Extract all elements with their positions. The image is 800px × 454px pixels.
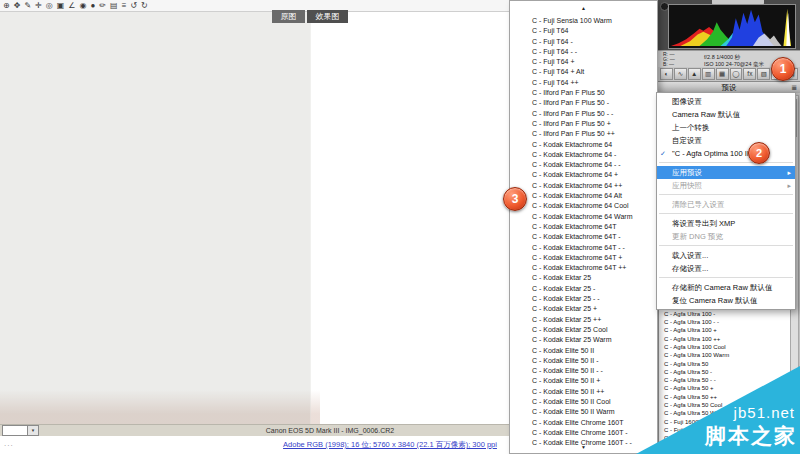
camera-raw-dialog: ⊕✥✎✛◎▣∠◉●✏▤≡↺↻ 原图 效果图 Canon EOS 5D Mark … [0, 0, 800, 454]
preset-option[interactable]: C - Kodak Elite 50 II - [510, 356, 657, 366]
preset-option[interactable]: C - Kodak Ektachrome 64T - - [510, 243, 657, 253]
preset-list-item[interactable]: C - Agfa Ultra 100 - - [659, 318, 791, 326]
preset-option[interactable]: C - Fuji Sensia 100 Warm [510, 16, 657, 26]
preset-option[interactable]: C - Kodak Elite Chrome 160T - [510, 428, 657, 438]
menu-item-load-settings[interactable]: 载入设置... [657, 249, 795, 262]
hand-tool-icon[interactable]: ✥ [14, 1, 21, 10]
workflow-options-link[interactable]: Adobe RGB (1998); 16 位; 5760 x 3840 (22.… [283, 440, 497, 450]
preset-option[interactable]: C - Kodak Ektar 25 Cool [510, 325, 657, 335]
preset-option[interactable]: C - Ilford Pan F Plus 50 - - [510, 109, 657, 119]
preset-option[interactable]: C - Kodak Ektachrome 64T - [510, 232, 657, 242]
preset-option-list: C - Fuji Sensia 100 WarmC - Fuji T64C - … [510, 16, 657, 448]
preset-option[interactable]: C - Kodak Ektachrome 64 ++ [510, 181, 657, 191]
preset-option[interactable]: C - Ilford Pan F Plus 50 - [510, 98, 657, 108]
preset-option[interactable]: C - Kodak Ektar 25 + [510, 304, 657, 314]
zoom-tool-icon[interactable]: ⊕ [3, 1, 10, 10]
preset-option[interactable]: C - Kodak Ektachrome 64T ++ [510, 263, 657, 273]
preset-list-item[interactable]: C - Agfa Ultra 100 Warm [659, 351, 791, 359]
menu-item-save-settings[interactable]: 存储设置... [657, 262, 795, 275]
scroll-down-icon[interactable]: ▼ [510, 443, 657, 451]
preset-option[interactable]: C - Ilford Pan F Plus 50 ++ [510, 129, 657, 139]
color-sampler-tool-icon[interactable]: ✛ [35, 1, 42, 10]
preset-option[interactable]: C - Fuji T64 + Alt [510, 67, 657, 77]
graduated-filter-tool-icon[interactable]: ▤ [110, 1, 118, 10]
preferences-icon[interactable]: ≡ [122, 1, 127, 10]
preset-option[interactable]: C - Kodak Elite 50 II - - [510, 366, 657, 376]
tab-effect[interactable]: 效果图 [307, 10, 348, 23]
preset-option[interactable]: C - Kodak Ektachrome 64 + [510, 170, 657, 180]
crop-tool-icon[interactable]: ▣ [57, 1, 65, 10]
preset-option[interactable]: C - Fuji T64 - - [510, 47, 657, 57]
preset-option[interactable]: C - Kodak Ektar 25 - - [510, 294, 657, 304]
preset-option[interactable]: C - Kodak Elite Chrome 160T [510, 418, 657, 428]
presets-panel-title: 预设 [722, 83, 737, 92]
menu-item-image-settings[interactable]: 图像设置 [657, 95, 795, 108]
rotate-left-icon[interactable]: ↺ [130, 1, 137, 10]
watermark-site-name: 脚本之家 [705, 422, 797, 450]
scroll-up-icon[interactable]: ▲ [510, 4, 657, 12]
preset-option[interactable]: C - Kodak Ektachrome 64 Cool [510, 201, 657, 211]
preset-option[interactable]: C - Kodak Elite 50 II [510, 346, 657, 356]
tab-tone-curve-icon[interactable]: ∿ [674, 68, 687, 80]
preset-option[interactable]: C - Fuji T64 + [510, 57, 657, 67]
menu-item-update-dng-previews[interactable]: 更新 DNG 预览 [657, 230, 795, 243]
tab-camera-calibration-icon[interactable]: ▧ [757, 68, 770, 80]
spot-removal-tool-icon[interactable]: ◉ [80, 1, 87, 10]
preset-list-item[interactable]: C - Agfa Ultra 50 - [659, 368, 791, 376]
step-badge-1: 1 [771, 57, 795, 81]
preset-option[interactable]: C - Kodak Ektar 25 ++ [510, 315, 657, 325]
menu-item-apply-preset[interactable]: 应用预设 [657, 166, 795, 179]
zoom-level-field[interactable] [2, 425, 28, 436]
preset-list-item[interactable]: C - Agfa Ultra 100 ++ [659, 335, 791, 343]
preset-option[interactable]: C - Kodak Ektachrome 64T [510, 222, 657, 232]
preset-option[interactable]: C - Kodak Elite 50 II Warm [510, 407, 657, 417]
preset-option[interactable]: C - Kodak Elite 50 II ++ [510, 387, 657, 397]
preset-option[interactable]: C - Kodak Ektachrome 64 Warm [510, 212, 657, 222]
preset-option[interactable]: C - Ilford Pan F Plus 50 [510, 88, 657, 98]
preset-list-item[interactable]: C - Agfa Ultra 50 [659, 360, 791, 368]
step-badge-3: 3 [503, 187, 527, 211]
preset-option[interactable]: C - Kodak Elite 50 II Cool [510, 397, 657, 407]
menu-item-clear-imported-settings[interactable]: 清除已导入设置 [657, 198, 795, 211]
tab-split-toning-icon[interactable]: ▦ [716, 68, 729, 80]
menu-item-camera-raw-defaults[interactable]: Camera Raw 默认值 [657, 108, 795, 121]
rgb-readout: R: —G: —B: — [663, 52, 675, 68]
tab-original[interactable]: 原图 [272, 10, 305, 23]
zoom-level-dropdown-icon[interactable]: ▾ [27, 425, 39, 436]
red-eye-removal-tool-icon[interactable]: ● [91, 1, 96, 10]
menu-item-previous-conversion[interactable]: 上一个转换 [657, 121, 795, 134]
preset-option[interactable]: C - Kodak Ektachrome 64 [510, 140, 657, 150]
preset-option[interactable]: C - Fuji T64 ++ [510, 78, 657, 88]
tab-lens-corrections-icon[interactable]: ◯ [730, 68, 743, 80]
preset-option[interactable]: C - Fuji T64 - [510, 37, 657, 47]
preset-list-item[interactable]: C - Agfa Ultra 100 + [659, 326, 791, 334]
tab-effects-icon[interactable]: fx [743, 68, 756, 80]
menu-item-reset-camera-raw-defaults[interactable]: 复位 Camera Raw 默认值 [657, 294, 795, 307]
preset-option[interactable]: C - Kodak Ektar 25 [510, 273, 657, 283]
preset-option[interactable]: C - Kodak Ektar 25 - [510, 284, 657, 294]
tab-basic-icon[interactable]: ◐ [660, 68, 673, 80]
preset-option[interactable]: C - Ilford Pan F Plus 50 + [510, 119, 657, 129]
white-balance-tool-icon[interactable]: ✎ [24, 1, 31, 10]
menu-item-save-new-camera-raw-defaults[interactable]: 存储新的 Camera Raw 默认值 [657, 281, 795, 294]
preset-list-item[interactable]: C - Agfa Ultra 100 Cool [659, 343, 791, 351]
menu-item-custom-settings[interactable]: 自定设置 [657, 134, 795, 147]
menu-item-apply-snapshot[interactable]: 应用快照 [657, 179, 795, 192]
preset-option[interactable]: C - Kodak Ektachrome 64 - - [510, 160, 657, 170]
adjustment-brush-tool-icon[interactable]: ✏ [99, 1, 106, 10]
menu-item-export-settings-to-xmp[interactable]: 将设置导出到 XMP [657, 217, 795, 230]
targeted-adjustment-tool-icon[interactable]: ◎ [46, 1, 53, 10]
tab-detail-icon[interactable]: ▲ [688, 68, 701, 80]
menu-item-current-preset[interactable]: "C - Agfa Optima 100 II Cool" [657, 147, 795, 160]
straighten-tool-icon[interactable]: ∠ [68, 1, 75, 10]
preset-list-item[interactable]: C - Agfa Ultra 100 - [659, 310, 791, 318]
rotate-right-icon[interactable]: ↻ [141, 1, 148, 10]
preset-option[interactable]: C - Kodak Ektar 25 Warm [510, 335, 657, 345]
preset-option[interactable]: C - Fuji T64 [510, 26, 657, 36]
preset-option[interactable]: C - Kodak Ektachrome 64T + [510, 253, 657, 263]
preset-option[interactable]: C - Kodak Ektachrome 64 - [510, 150, 657, 160]
tab-hsl-icon[interactable]: ▥ [702, 68, 715, 80]
preset-option[interactable]: C - Kodak Elite 50 II + [510, 376, 657, 386]
submenu-arrow-icon [787, 179, 791, 192]
preset-option[interactable]: C - Kodak Ektachrome 64 Alt [510, 191, 657, 201]
